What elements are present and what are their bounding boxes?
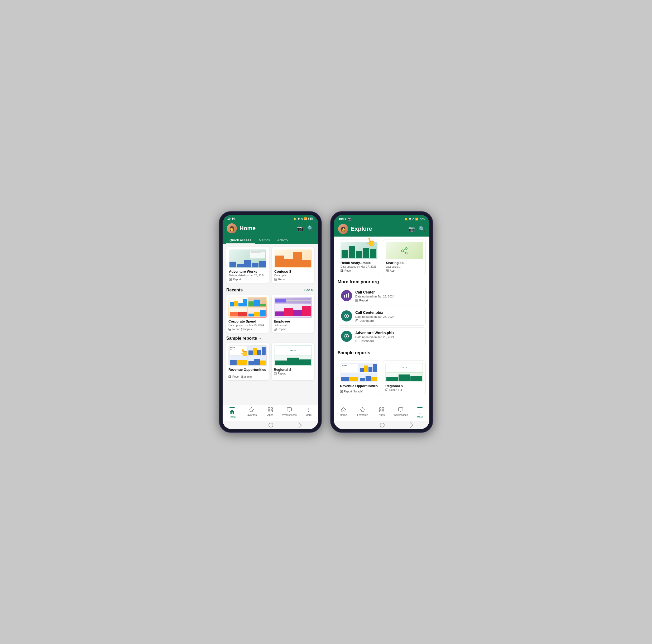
more-from-org-section: More from your org Call Center Data upda… xyxy=(334,277,429,350)
callcenter-pbix-name: Call Center.pbix xyxy=(355,310,422,315)
svg-rect-53 xyxy=(356,319,358,322)
svg-point-54 xyxy=(357,320,357,321)
sample-card-revenue[interactable]: $1.97bn 444 xyxy=(226,343,269,380)
quick-card-adventure[interactable]: Adventure Works Data updated on Jan 23, … xyxy=(226,247,269,283)
nav-favorites-1[interactable]: Favorites xyxy=(242,407,261,419)
svg-rect-65 xyxy=(380,408,381,409)
explore-card-sharing[interactable]: Sharing ap... Last publis... App xyxy=(383,239,426,275)
svg-rect-13 xyxy=(275,329,275,330)
svg-rect-68 xyxy=(382,410,384,412)
svg-rect-21 xyxy=(275,373,275,374)
card-type-1: Report xyxy=(229,278,266,281)
nav-home-2[interactable]: Home xyxy=(334,407,353,419)
explore-card-callcenter[interactable]: Call Center Data updated on Jan 23, 2024… xyxy=(337,287,426,305)
nav-workspaces-2[interactable]: Workspaces xyxy=(391,407,410,419)
svg-rect-69 xyxy=(399,408,403,411)
page-title-1: Home xyxy=(240,225,294,232)
tab-activity[interactable]: Activity xyxy=(273,236,292,244)
nav-more-2[interactable]: More xyxy=(410,407,429,419)
explore-card-retail[interactable]: Retail Analy...mple Data updated on Mar … xyxy=(337,239,380,275)
nav-label-apps-2: Apps xyxy=(379,414,385,416)
star-icon-2 xyxy=(360,407,365,413)
dashboard-icon-2 xyxy=(344,333,350,339)
avatar-2[interactable]: 👩 xyxy=(338,224,348,234)
sample-name-1: Revenue Opportunities xyxy=(228,368,267,371)
explore-retail-name: Retail Analy...mple xyxy=(341,261,377,265)
nav-label-more-1: More xyxy=(305,414,311,416)
nav-label-home-1: Home xyxy=(229,416,236,419)
callcenter-date: Data updated on Jan 23, 2024 xyxy=(355,295,422,298)
svg-rect-18 xyxy=(230,376,230,377)
explore-thumb-2 xyxy=(386,242,423,259)
camera-icon-1[interactable]: 📷 xyxy=(297,225,304,231)
card-date-2: Data updat... xyxy=(274,274,312,277)
explore-card-callcenter-pbix[interactable]: Call Center.pbix Data updated on Jan 23,… xyxy=(337,307,426,326)
explore-sample-thumb-2: SALES xyxy=(385,363,423,383)
svg-rect-64 xyxy=(386,390,387,391)
camera-icon-2[interactable]: 📷 xyxy=(408,226,415,232)
more-from-org-title: More from your org xyxy=(337,279,426,284)
dashboard-icon-1 xyxy=(344,313,350,319)
svg-rect-2 xyxy=(230,279,231,280)
tab-quick-access[interactable]: Quick access xyxy=(226,236,255,244)
svg-point-37 xyxy=(405,252,408,254)
svg-rect-17 xyxy=(229,376,230,377)
tab-bar-1: Quick access Metrics Activity xyxy=(223,236,318,244)
recent-name-2: Employee xyxy=(274,319,312,323)
adventure-works-date: Data updated on Jan 23, 2024 xyxy=(355,335,422,339)
avatar-1[interactable]: 👩 xyxy=(227,223,237,233)
svg-point-58 xyxy=(357,341,357,341)
apps-icon-1 xyxy=(267,407,273,413)
svg-rect-62 xyxy=(342,391,342,392)
nav-workspaces-1[interactable]: Workspaces xyxy=(280,407,299,419)
recent-card-employee[interactable]: Employee Data updat... Report xyxy=(272,295,315,333)
report-icon-1 xyxy=(229,278,232,281)
report-icon-9 xyxy=(340,390,343,393)
sample-reports-header: Sample reports ▾ xyxy=(223,334,318,341)
adventure-works-name: Adventure Works.pbix xyxy=(355,331,422,335)
nav-label-home-2: Home xyxy=(340,414,347,416)
nav-apps-2[interactable]: Apps xyxy=(372,407,391,419)
explore-sample-regional[interactable]: SALES Regional S Report (...) xyxy=(383,360,426,395)
explore-sample-type-2: Report (...) xyxy=(385,388,423,391)
svg-line-38 xyxy=(403,251,406,252)
svg-rect-44 xyxy=(344,295,345,298)
svg-point-36 xyxy=(402,250,404,252)
svg-rect-25 xyxy=(268,410,270,412)
report-icon-4 xyxy=(274,328,277,331)
recent-type-1: Report (Sample) xyxy=(228,328,267,331)
search-icon-2[interactable]: 🔍 xyxy=(418,226,425,232)
adventure-works-icon xyxy=(341,331,352,342)
home-content: Adventure Works Data updated on Jan 23, … xyxy=(223,244,318,405)
recents-title: Recents xyxy=(226,288,243,292)
tab-metrics[interactable]: Metrics xyxy=(255,236,273,244)
explore-sharing-name: Sharing ap... xyxy=(386,261,423,265)
svg-rect-42 xyxy=(386,271,387,272)
svg-rect-32 xyxy=(341,271,342,272)
nav-home-1[interactable]: Home xyxy=(223,407,242,419)
nav-favorites-2[interactable]: Favorites xyxy=(353,407,372,419)
report-icon-5 xyxy=(228,375,231,378)
status-icons-1: 🔔 ✱ ◁ 📶 68% xyxy=(293,217,313,220)
recent-card-corporate[interactable]: Corporate Spend Data updated on Jan 23, … xyxy=(226,295,269,333)
explore-sample-revenue[interactable]: $1.97bn 444 xyxy=(337,360,380,395)
see-all-recents[interactable]: See all xyxy=(304,288,315,292)
explore-card-adventureworks-pbix[interactable]: Adventure Works.pbix Data updated on Jan… xyxy=(337,327,426,346)
svg-rect-10 xyxy=(230,329,230,330)
sharing-icon xyxy=(400,247,408,255)
nav-more-1[interactable]: More xyxy=(299,407,318,419)
card-thumb-2 xyxy=(274,250,312,268)
svg-rect-57 xyxy=(356,340,358,342)
phone-home: 10:34 🔔 ✱ ◁ 📶 68% 👩 Home 📷 🔍 Quick a xyxy=(219,211,322,433)
time-2: 10:11 xyxy=(339,217,346,221)
recent-type-2: Report xyxy=(274,328,312,331)
sample-card-regional[interactable]: SALES Regional S Report xyxy=(272,343,315,380)
explore-sample-name-1: Revenue Opportunities xyxy=(340,384,378,388)
svg-rect-63 xyxy=(386,389,388,391)
svg-rect-40 xyxy=(386,270,387,271)
report-icon-2 xyxy=(274,278,277,281)
search-icon-1[interactable]: 🔍 xyxy=(307,225,314,231)
callcenter-name: Call Center xyxy=(355,290,422,294)
nav-apps-1[interactable]: Apps xyxy=(261,407,280,419)
quick-card-contoso[interactable]: Contoso S Data updat... Report xyxy=(272,247,315,283)
